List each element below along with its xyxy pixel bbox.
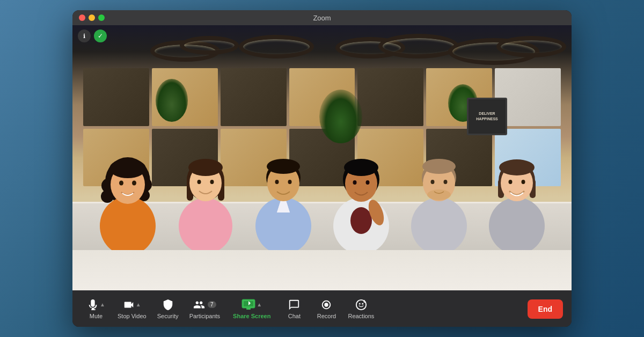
chat-icon	[288, 299, 300, 311]
svg-point-63	[362, 303, 363, 304]
title-bar: Zoom	[72, 10, 572, 25]
chat-label: Chat	[288, 313, 301, 319]
share-screen-icon	[241, 299, 255, 311]
ceiling-ring-3	[239, 35, 314, 58]
participants-icon	[193, 299, 205, 311]
share-screen-label: Share Screen	[233, 313, 270, 319]
shield-verified-button[interactable]: ✓	[94, 30, 107, 42]
mute-button[interactable]: ▲ Mute	[81, 296, 111, 323]
stop-video-row: ▲	[123, 299, 141, 311]
people-row	[72, 132, 572, 250]
shield-check-icon: ✓	[98, 32, 103, 40]
person-3	[248, 143, 318, 250]
info-button[interactable]: ℹ	[78, 30, 91, 42]
reactions-icon	[355, 299, 367, 311]
plant-left	[156, 79, 188, 122]
person-4-avatar	[329, 143, 393, 250]
svg-point-54	[508, 180, 512, 184]
participant-count: 7	[208, 301, 216, 308]
record-icon	[320, 299, 332, 311]
info-icon: ℹ	[83, 33, 85, 40]
record-label: Record	[317, 313, 336, 319]
security-label: Security	[157, 313, 179, 319]
svg-point-43	[422, 159, 456, 174]
person-6	[482, 143, 552, 250]
stop-video-label: Stop Video	[118, 313, 147, 319]
video-icon	[123, 299, 135, 311]
close-button[interactable]	[79, 14, 85, 21]
svg-point-10	[132, 181, 136, 186]
toolbar-items: ▲ Mute ▲ Stop Video Security	[81, 296, 519, 323]
bottom-area	[72, 250, 572, 290]
svg-point-51	[489, 197, 545, 250]
security-button[interactable]: Security	[153, 296, 183, 323]
ceiling-ring-2	[180, 36, 239, 55]
svg-point-15	[179, 198, 232, 250]
wall-sign: DELIVERHAPPINESS	[467, 98, 507, 135]
window-title: Zoom	[313, 14, 331, 22]
stop-video-button[interactable]: ▲ Stop Video	[113, 296, 151, 323]
top-bar-icons: ℹ ✓	[78, 30, 107, 42]
svg-point-41	[411, 197, 467, 250]
record-button[interactable]: Record	[311, 296, 341, 323]
svg-point-37	[365, 180, 369, 185]
chat-button[interactable]: Chat	[279, 296, 309, 323]
svg-point-19	[210, 180, 214, 184]
person-6-avatar	[485, 143, 549, 250]
panel-dark-3	[357, 68, 423, 126]
person-2-avatar	[173, 143, 238, 250]
participants-label: Participants	[189, 313, 220, 319]
svg-point-44	[427, 189, 451, 200]
svg-point-60	[325, 303, 328, 306]
mute-label: Mute	[90, 313, 103, 319]
panel-dark-2	[221, 68, 287, 126]
person-1	[93, 143, 163, 250]
panel-dark-1	[83, 68, 149, 126]
mute-chevron-icon: ▲	[100, 302, 105, 307]
svg-point-35	[344, 159, 378, 176]
reactions-label: Reactions	[348, 313, 374, 319]
svg-point-8	[109, 159, 146, 178]
svg-point-45	[430, 180, 434, 184]
security-shield-icon	[162, 299, 174, 311]
person-5	[404, 143, 474, 250]
person-5-avatar	[407, 143, 471, 250]
share-chevron-icon: ▲	[257, 302, 262, 307]
svg-point-55	[521, 180, 525, 184]
zoom-window: Zoom	[72, 10, 572, 327]
svg-point-17	[188, 159, 223, 176]
mic-icon	[87, 299, 99, 311]
svg-point-61	[356, 299, 366, 309]
mute-button-row: ▲	[87, 299, 105, 311]
sign-text: DELIVERHAPPINESS	[476, 111, 497, 122]
svg-point-33	[350, 207, 372, 234]
video-area: DELIVERHAPPINESS	[72, 25, 572, 290]
reactions-button[interactable]: Reactions	[343, 296, 378, 323]
svg-point-9	[119, 181, 123, 186]
person-1-avatar	[96, 143, 160, 250]
maximize-button[interactable]	[98, 14, 105, 21]
svg-point-36	[353, 180, 356, 185]
ceiling-ring-7	[496, 36, 566, 57]
svg-point-53	[499, 159, 535, 175]
toolbar: ▲ Mute ▲ Stop Video Security	[72, 290, 572, 327]
svg-point-27	[267, 159, 300, 174]
video-chevron-icon: ▲	[136, 302, 141, 307]
svg-point-18	[197, 180, 201, 184]
person-4	[326, 143, 396, 250]
svg-point-29	[288, 180, 291, 184]
traffic-lights	[79, 14, 105, 21]
ceiling-ring-5	[378, 34, 459, 58]
minimize-button[interactable]	[89, 14, 95, 21]
share-screen-row: ▲	[241, 299, 262, 311]
svg-point-6	[100, 196, 156, 250]
svg-point-62	[359, 303, 361, 304]
person-3-avatar	[251, 143, 316, 250]
svg-point-28	[275, 180, 279, 184]
end-button[interactable]: End	[528, 299, 563, 319]
svg-point-46	[443, 180, 447, 184]
share-screen-button[interactable]: ▲ Share Screen	[226, 296, 277, 323]
participants-row: 7	[193, 299, 216, 311]
svg-rect-58	[246, 308, 251, 310]
participants-button[interactable]: 7 Participants	[185, 296, 224, 323]
